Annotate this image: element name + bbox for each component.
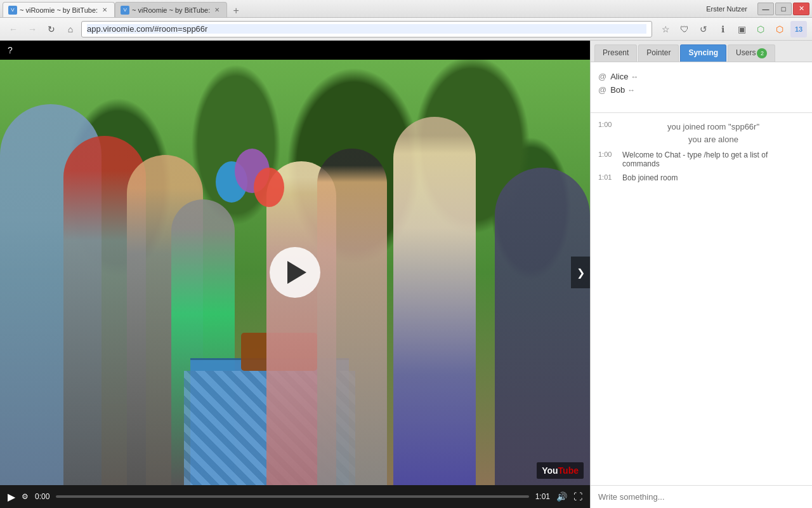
fullscreen-button[interactable]: ⛶ <box>573 491 582 502</box>
play-pause-button[interactable]: ▶ <box>8 491 15 503</box>
user-alice-name: Alice <box>610 72 628 81</box>
new-tab-button[interactable]: + <box>228 4 244 17</box>
tab-2-favicon: V <box>121 6 129 15</box>
back-button[interactable]: ← <box>5 21 22 37</box>
video-area: ? <box>0 41 590 508</box>
tab-1-label: ~ viRoomie ~ by BitTube: <box>20 6 98 14</box>
user-bob: @ Bob ↔ <box>598 83 804 97</box>
chat-msg-2: 1:00 Welcome to Chat - type /help to get… <box>598 150 804 168</box>
user-alice: @ Alice ↔ <box>598 70 804 83</box>
extensions-icon-1[interactable]: 🛡 <box>676 21 693 37</box>
extension-green[interactable]: ⬡ <box>752 21 769 37</box>
youtube-logo-text: YouTube <box>542 465 579 476</box>
chat-msg-1-text: you joined room "spp66r" you are alone <box>622 121 804 145</box>
chat-msg-1-time: 1:00 <box>598 121 617 145</box>
panel-tabs: Present Pointer Syncing Users2 <box>591 41 812 62</box>
person-7 <box>393 117 476 485</box>
volume-button[interactable]: 🔊 <box>556 491 567 502</box>
maximize-button[interactable]: □ <box>775 3 792 15</box>
current-time: 0:00 <box>35 492 49 501</box>
chat-input[interactable] <box>598 492 804 502</box>
tab-users[interactable]: Users2 <box>728 44 775 62</box>
chevron-right-icon: ❯ <box>577 267 585 279</box>
user-bob-at: @ <box>598 85 606 95</box>
cast-icon[interactable]: ▣ <box>733 21 750 37</box>
extensions-icon-3[interactable]: ℹ <box>714 21 731 37</box>
tab-syncing[interactable]: Syncing <box>680 44 726 62</box>
close-button[interactable]: ✕ <box>793 3 809 15</box>
address-input[interactable] <box>87 24 646 34</box>
users-list: @ Alice ↔ @ Bob ↔ <box>591 62 812 113</box>
chat-msg-3-time: 1:01 <box>598 173 617 182</box>
tab-2-close[interactable]: ✕ <box>213 6 221 15</box>
person-8 <box>495 168 590 485</box>
tab-1-close[interactable]: ✕ <box>100 6 109 15</box>
progress-bar[interactable] <box>56 495 528 498</box>
youtube-watermark: YouTube <box>537 462 584 479</box>
nav-bar: ← → ↻ ⌂ ☆ 🛡 ↺ ℹ ▣ ⬡ ⬡ 13 <box>0 18 812 41</box>
balloon-red <box>254 168 284 207</box>
minimize-button[interactable]: — <box>757 3 774 15</box>
tab-1-favicon: V <box>8 6 17 15</box>
tab-2-label: ~ viRoomie ~ by BitTube: <box>132 6 210 14</box>
chat-msg-3: 1:01 Bob joined room <box>598 173 804 182</box>
tab-2[interactable]: V ~ viRoomie ~ by BitTube: ✕ <box>115 2 227 17</box>
user-alice-sync: ↔ <box>631 72 638 81</box>
forward-button[interactable]: → <box>24 21 41 37</box>
home-button[interactable]: ⌂ <box>62 21 79 37</box>
extensions-icon-2[interactable]: ↺ <box>695 21 712 37</box>
chat-input-area <box>591 485 812 508</box>
users-count-badge: 2 <box>757 48 767 58</box>
video-question-mark: ? <box>8 45 13 55</box>
browser-frame: V ~ viRoomie ~ by BitTube: ✕ V ~ viRoomi… <box>0 0 812 508</box>
video-controls: ▶ ⚙ 0:00 1:01 🔊 ⛶ <box>0 485 590 508</box>
user-name: Erster Nutzer <box>706 5 747 13</box>
chat-msg-3-text: Bob joined room <box>622 173 804 182</box>
tab-strip: V ~ viRoomie ~ by BitTube: ✕ V ~ viRoomi… <box>3 0 706 17</box>
reload-button[interactable]: ↻ <box>43 21 60 37</box>
play-triangle-icon <box>287 261 306 284</box>
person-6 <box>317 149 387 485</box>
address-bar[interactable] <box>81 21 652 37</box>
youtube-you-text: You <box>542 465 558 476</box>
user-bob-sync: ↔ <box>627 86 635 95</box>
video-display: ❯ YouTube <box>0 60 590 485</box>
user-bob-name: Bob <box>610 85 625 95</box>
toolbar-icons: ☆ 🛡 ↺ ℹ ▣ ⬡ ⬡ 13 <box>657 21 807 37</box>
tab-1[interactable]: V ~ viRoomie ~ by BitTube: ✕ <box>3 2 115 17</box>
video-scene: ❯ YouTube <box>0 60 590 485</box>
chat-msg-2-text: Welcome to Chat - type /help to get a li… <box>622 150 804 168</box>
extension-blue[interactable]: 13 <box>790 21 807 37</box>
extension-orange[interactable]: ⬡ <box>771 21 788 37</box>
tab-present[interactable]: Present <box>594 44 637 62</box>
video-header: ? <box>0 41 590 60</box>
chat-msg-2-time: 1:00 <box>598 150 617 168</box>
settings-button[interactable]: ⚙ <box>22 492 29 501</box>
main-content: ? <box>0 41 812 508</box>
chat-area: 1:00 you joined room "spp66r" you are al… <box>591 113 812 485</box>
next-video-arrow[interactable]: ❯ <box>571 257 590 288</box>
play-button[interactable] <box>270 247 320 298</box>
bookmark-icon[interactable]: ☆ <box>657 21 674 37</box>
title-bar: V ~ viRoomie ~ by BitTube: ✕ V ~ viRoomi… <box>0 0 812 18</box>
user-alice-at: @ <box>598 72 606 81</box>
chat-msg-1: 1:00 you joined room "spp66r" you are al… <box>598 121 804 145</box>
right-panel: Present Pointer Syncing Users2 @ Alice ↔… <box>590 41 812 508</box>
youtube-tube-text: Tube <box>558 465 579 476</box>
tab-pointer[interactable]: Pointer <box>638 44 679 62</box>
window-controls: — □ ✕ <box>757 3 809 15</box>
total-time: 1:01 <box>535 492 550 501</box>
